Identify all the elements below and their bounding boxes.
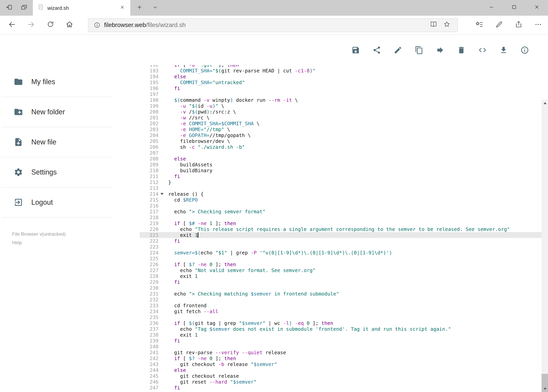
- fold-marker-icon[interactable]: [159, 191, 164, 197]
- code-line[interactable]: 242 if [ $? -ne 0 ]; then: [140, 355, 541, 361]
- share-button[interactable]: [373, 46, 381, 54]
- code-line[interactable]: 237 echo "Tag $semver does not exist in …: [140, 326, 541, 332]
- code-line[interactable]: 200 -v /$(pwd):/src:z \: [140, 109, 541, 115]
- code-line[interactable]: 206 sh -c "./wizard.sh -b": [140, 144, 541, 150]
- code-line[interactable]: 196 fi: [140, 85, 541, 91]
- code-line[interactable]: 204 -e GOPATH=//tmp/gopath \: [140, 132, 541, 138]
- code-line[interactable]: 225: [140, 256, 541, 261]
- tab-close-button[interactable]: [117, 0, 127, 16]
- code-line[interactable]: 224 semver=$(echo "$1" | grep -P '^v(0|[…: [140, 250, 541, 256]
- address-input[interactable]: filebrowser.web/files/wizard.sh: [88, 18, 458, 32]
- fold-gutter: [159, 74, 164, 79]
- page-scrollbar[interactable]: [541, 100, 548, 392]
- code-editor[interactable]: 192 if [ -d ".git" ]; then193 COMMIT_SHA…: [140, 65, 541, 392]
- code-line[interactable]: 202 -e COMMIT_SHA=$COMMIT_SHA \: [140, 120, 541, 126]
- reading-view-button[interactable]: [427, 19, 440, 32]
- download-button[interactable]: [499, 46, 508, 54]
- code-line[interactable]: 229 fi: [140, 279, 541, 285]
- code-line[interactable]: 223: [140, 244, 541, 250]
- code-line[interactable]: 241 git rev-parse --verify --quiet relea…: [140, 350, 541, 355]
- minimize-button[interactable]: [480, 0, 503, 16]
- code-line[interactable]: 231 echo "> Checking matching $semver in…: [140, 291, 541, 297]
- line-number: 197: [140, 91, 159, 97]
- sidebar-item-logout[interactable]: Logout: [1, 188, 112, 218]
- code-line[interactable]: 192 if [ -d ".git" ]; then: [140, 65, 541, 68]
- code-line[interactable]: 226 if [ $? -ne 0 ]; then: [140, 261, 541, 267]
- code-button[interactable]: [478, 46, 487, 54]
- set-tabs-aside-button[interactable]: [2, 0, 16, 16]
- sidebar-item-new-folder[interactable]: New folder: [1, 97, 112, 127]
- code-line[interactable]: 197: [140, 91, 541, 97]
- add-favorite-button[interactable]: [440, 19, 453, 32]
- code-line[interactable]: 220 echo "This release script requires a…: [140, 226, 541, 232]
- maximize-button[interactable]: [503, 0, 526, 16]
- code-line[interactable]: 239 fi: [140, 338, 541, 344]
- code-line[interactable]: 236 if [ $(git tag | grep "$semver" | wc…: [140, 320, 541, 326]
- code-line[interactable]: 210 buildBinary: [140, 168, 541, 173]
- tab-preview-button[interactable]: [17, 0, 30, 16]
- code-line[interactable]: 234 git fetch --all: [140, 308, 541, 314]
- refresh-button[interactable]: [41, 17, 60, 33]
- code-line[interactable]: 243 git checkout -b release "$semver": [140, 361, 541, 367]
- code-line[interactable]: 221 exit 1: [140, 232, 541, 238]
- code-line[interactable]: 195 COMMIT_SHA="untracked": [140, 79, 541, 85]
- back-button[interactable]: [2, 17, 21, 33]
- tab-list-chevron-button[interactable]: [149, 0, 161, 16]
- code-line[interactable]: 238 exit 1: [140, 332, 541, 338]
- sidebar-item-settings[interactable]: Settings: [1, 157, 112, 188]
- code-line[interactable]: 215 cd $REPO: [140, 197, 541, 203]
- code-line[interactable]: 245 git checkout release: [140, 373, 541, 379]
- code-line[interactable]: 211 fi: [140, 173, 541, 179]
- more-menu-button[interactable]: [528, 17, 548, 33]
- code-line[interactable]: 198 $(command -v winpty) docker run --rm…: [140, 97, 541, 103]
- code-line[interactable]: 219 if [ $# -ne 1 ]; then: [140, 220, 541, 226]
- close-window-button[interactable]: [526, 0, 548, 16]
- scroll-down-arrow-icon[interactable]: [541, 385, 548, 392]
- code-line[interactable]: 230: [140, 285, 541, 291]
- share-page-button[interactable]: [509, 17, 528, 33]
- delete-button[interactable]: [457, 46, 466, 54]
- sidebar-item-my-files[interactable]: My files: [1, 67, 112, 97]
- code-line[interactable]: 244 else: [140, 367, 541, 373]
- code-line[interactable]: 246 git reset --hard "$semver": [140, 379, 541, 385]
- code-line[interactable]: 235: [140, 314, 541, 320]
- code-line[interactable]: 209 buildAssets: [140, 162, 541, 168]
- home-button[interactable]: [60, 17, 79, 33]
- copy-button[interactable]: [415, 46, 423, 54]
- code-line[interactable]: 212}: [140, 179, 541, 185]
- hub-button[interactable]: [470, 17, 489, 33]
- code-line[interactable]: 222 fi: [140, 238, 541, 244]
- code-line[interactable]: 193 COMMIT_SHA="$(git rev-parse HEAD | c…: [140, 68, 541, 74]
- code-line[interactable]: 203 -e HOME="//tmp" \: [140, 126, 541, 132]
- sidebar-item-new-file[interactable]: New file: [1, 127, 112, 157]
- browser-tab[interactable]: wizard.sh: [33, 0, 130, 16]
- code-line[interactable]: 207: [140, 150, 541, 156]
- move-button[interactable]: [436, 46, 444, 54]
- code-line[interactable]: 217 echo "> Checking semver format": [140, 209, 541, 215]
- save-button[interactable]: [351, 46, 360, 54]
- site-info-icon[interactable]: [92, 21, 102, 28]
- code-line[interactable]: 213: [140, 185, 541, 191]
- fold-gutter: [159, 126, 164, 132]
- scroll-up-arrow-icon[interactable]: [541, 100, 548, 106]
- code-line[interactable]: 218: [140, 215, 541, 220]
- help-link[interactable]: Help: [12, 239, 113, 246]
- code-line[interactable]: 216: [140, 203, 541, 209]
- code-line[interactable]: 228 exit 1: [140, 273, 541, 279]
- code-line[interactable]: 194 else: [140, 74, 541, 79]
- code-line[interactable]: 205 filebrowser/dev \: [140, 138, 541, 144]
- code-line[interactable]: 208 else: [140, 156, 541, 162]
- rename-button[interactable]: [394, 46, 402, 54]
- code-line[interactable]: 227 echo "Not valid semver format. See s…: [140, 267, 541, 273]
- code-line[interactable]: 214release () {: [140, 191, 541, 197]
- new-tab-button[interactable]: [133, 0, 146, 16]
- code-line[interactable]: 232: [140, 297, 541, 302]
- code-line[interactable]: 240: [140, 344, 541, 350]
- code-line[interactable]: 199 -u "$(id -u)" \: [140, 103, 541, 109]
- code-line[interactable]: 201 -w //src \: [140, 115, 541, 120]
- code-line[interactable]: 233 cd frontend: [140, 302, 541, 308]
- web-note-button[interactable]: [489, 17, 509, 33]
- code-line[interactable]: 247 fi: [140, 385, 541, 391]
- forward-button[interactable]: [21, 17, 41, 33]
- info-button[interactable]: [520, 46, 529, 54]
